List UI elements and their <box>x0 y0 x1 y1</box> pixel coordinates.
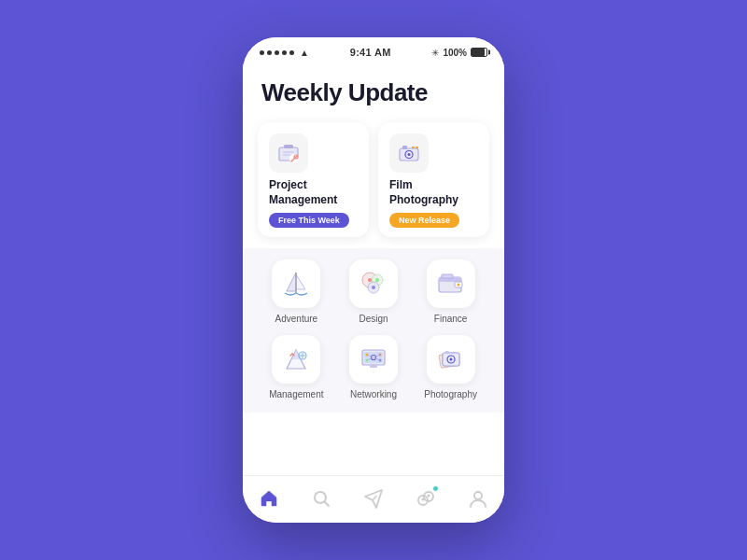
svg-point-21 <box>372 286 375 289</box>
battery-percent: 100% <box>443 48 467 58</box>
grid-label-management: Management <box>269 389 323 399</box>
status-right: ✳ 100% <box>431 48 487 58</box>
svg-rect-51 <box>445 351 449 354</box>
grid-label-photography: Photography <box>424 389 477 399</box>
grid-label-finance: Finance <box>434 314 468 324</box>
grid-item-networking[interactable]: Networking <box>340 335 407 399</box>
badge-pm: Free This Week <box>269 213 349 228</box>
project-management-icon <box>275 140 302 166</box>
grid-label-networking: Networking <box>350 389 397 399</box>
card-title-pm: Project Management <box>269 178 358 207</box>
nav-chat[interactable] <box>409 483 443 513</box>
svg-point-57 <box>422 498 425 501</box>
signal-dot-3 <box>275 50 279 55</box>
svg-rect-1 <box>284 145 293 148</box>
grid-item-finance[interactable]: Finance <box>417 259 485 324</box>
svg-point-58 <box>428 495 430 497</box>
svg-rect-11 <box>412 147 415 148</box>
svg-line-53 <box>325 502 330 507</box>
scroll-content: Weekly Update <box>243 63 504 475</box>
header: Weekly Update <box>243 63 504 119</box>
grid-item-photography[interactable]: Photography <box>417 335 485 399</box>
grid-row-2: Management <box>258 329 489 405</box>
grid-item-management[interactable]: Management <box>262 335 330 399</box>
svg-rect-26 <box>442 274 453 278</box>
grid-label-design: Design <box>359 314 388 324</box>
grid-icon-wrap-finance <box>427 259 475 308</box>
svg-rect-10 <box>402 146 407 149</box>
signal-dot-5 <box>289 50 294 55</box>
grid-item-adventure[interactable]: Adventure <box>262 259 330 324</box>
nav-home[interactable] <box>252 483 286 513</box>
adventure-icon <box>279 267 313 301</box>
battery-fill <box>472 49 485 56</box>
battery-icon <box>471 48 487 57</box>
svg-point-9 <box>408 153 411 156</box>
nav-search[interactable] <box>304 483 338 513</box>
grid-item-design[interactable]: Design <box>340 259 407 324</box>
management-icon <box>279 343 313 376</box>
svg-point-20 <box>375 278 379 282</box>
phone-frame: ▲ 9:41 AM ✳ 100% Weekly Update <box>243 37 504 523</box>
status-signal: ▲ <box>260 48 309 58</box>
chat-badge-dot <box>432 485 439 492</box>
film-photography-icon <box>396 140 422 166</box>
svg-point-50 <box>449 358 452 361</box>
bottom-nav <box>243 475 504 523</box>
status-time: 9:41 AM <box>350 47 391 58</box>
svg-rect-12 <box>416 147 418 148</box>
grid-label-adventure: Adventure <box>275 314 318 324</box>
svg-point-25 <box>457 284 459 287</box>
search-icon <box>311 488 331 509</box>
svg-point-19 <box>368 278 372 282</box>
svg-marker-13 <box>287 273 296 291</box>
networking-icon <box>357 343 390 376</box>
card-icon-wrap-pm <box>269 133 308 173</box>
nav-profile[interactable] <box>461 483 495 513</box>
grid-icon-wrap-management <box>272 335 320 384</box>
grid-icon-wrap-adventure <box>272 259 320 308</box>
svg-point-59 <box>474 492 482 499</box>
bluetooth-icon: ✳ <box>431 48 439 58</box>
nav-send[interactable] <box>357 483 390 513</box>
page-title: Weekly Update <box>261 78 486 107</box>
signal-dot-2 <box>267 50 272 55</box>
send-icon <box>363 488 384 509</box>
grid-icon-wrap-photography <box>427 335 475 384</box>
svg-line-54 <box>373 496 377 500</box>
signal-dot-1 <box>260 50 264 55</box>
grid-icon-wrap-design <box>349 259 398 308</box>
badge-fp: New Release <box>389 213 459 228</box>
grid-row-1: Adventure Design <box>258 254 489 329</box>
grid-icon-wrap-networking <box>349 335 398 384</box>
signal-dot-4 <box>282 50 287 55</box>
card-icon-wrap-fp <box>389 133 429 173</box>
featured-section: Project Management Free This Week Film P <box>243 119 504 248</box>
card-title-fp: Film Photography <box>389 178 478 207</box>
grid-section-1: Adventure Design <box>243 248 504 413</box>
status-bar: ▲ 9:41 AM ✳ 100% <box>243 37 504 63</box>
finance-icon <box>434 267 468 301</box>
card-project-management[interactable]: Project Management Free This Week <box>258 122 369 237</box>
svg-rect-36 <box>370 365 377 368</box>
photography-icon <box>434 343 468 376</box>
card-film-photography[interactable]: Film Photography New Release <box>378 122 489 237</box>
home-icon <box>259 488 279 509</box>
design-icon <box>357 267 390 301</box>
svg-marker-14 <box>296 274 305 289</box>
profile-icon <box>468 488 488 509</box>
wifi-icon: ▲ <box>300 48 309 58</box>
